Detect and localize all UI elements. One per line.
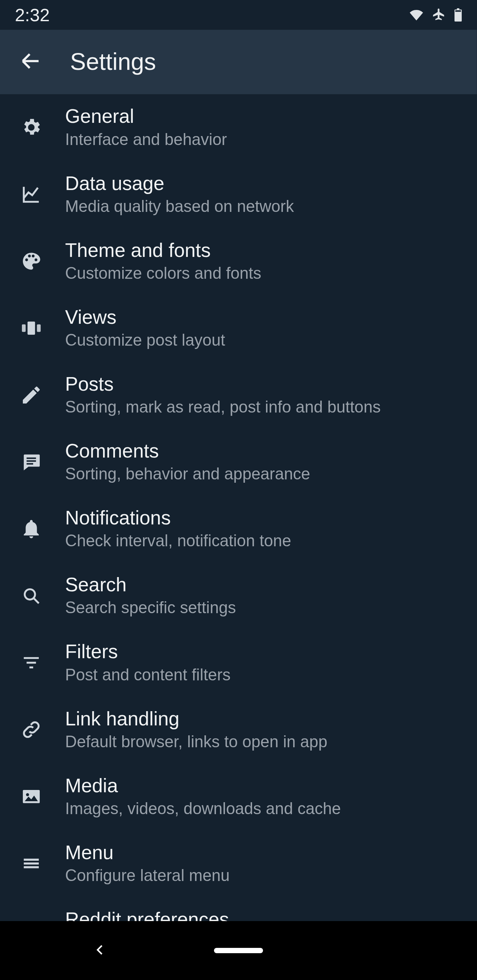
settings-item-text: PostsSorting, mark as read, post info an…: [65, 372, 462, 418]
settings-item-subtitle: Post and content filters: [65, 665, 462, 686]
page-title: Settings: [70, 49, 156, 75]
settings-item-subtitle: Customize colors and fonts: [65, 263, 462, 285]
comment-icon: [15, 451, 65, 473]
airplane-icon: [432, 8, 445, 22]
settings-item-subtitle: Default browser, links to open in app: [65, 732, 462, 753]
settings-item-text: FiltersPost and content filters: [65, 640, 462, 686]
settings-item-subtitle: Search specific settings: [65, 598, 462, 619]
settings-item-text: ViewsCustomize post layout: [65, 305, 462, 351]
settings-item-text: CommentsSorting, behavior and appearance: [65, 439, 462, 485]
settings-item-subtitle: Check interval, notification tone: [65, 531, 462, 552]
settings-item-theme-fonts[interactable]: Theme and fontsCustomize colors and font…: [0, 228, 477, 295]
settings-list: GeneralInterface and behaviorData usageM…: [0, 94, 477, 964]
settings-item-title: Search: [65, 573, 462, 596]
battery-icon: [454, 8, 462, 22]
settings-item-views[interactable]: ViewsCustomize post layout: [0, 295, 477, 362]
settings-item-title: Comments: [65, 439, 462, 463]
settings-item-title: Views: [65, 305, 462, 329]
settings-item-title: Filters: [65, 640, 462, 663]
settings-item-subtitle: Interface and behavior: [65, 129, 462, 151]
settings-item-subtitle: Configure lateral menu: [65, 865, 462, 887]
system-home-handle[interactable]: [214, 948, 263, 953]
settings-item-filters[interactable]: FiltersPost and content filters: [0, 629, 477, 696]
settings-item-search[interactable]: SearchSearch specific settings: [0, 563, 477, 629]
status-bar: 2:32: [0, 0, 477, 30]
status-time: 2:32: [15, 5, 50, 25]
settings-item-text: SearchSearch specific settings: [65, 573, 462, 619]
svg-rect-0: [455, 10, 461, 12]
settings-item-text: MenuConfigure lateral menu: [65, 841, 462, 887]
menu-icon: [15, 853, 65, 875]
system-back-button[interactable]: [93, 943, 107, 958]
settings-item-subtitle: Media quality based on network: [65, 196, 462, 218]
settings-item-title: Data usage: [65, 172, 462, 195]
image-icon: [15, 786, 65, 808]
search-icon: [15, 585, 65, 607]
settings-item-title: Menu: [65, 841, 462, 864]
system-nav-bar: [0, 921, 477, 980]
settings-item-media[interactable]: MediaImages, videos, downloads and cache: [0, 764, 477, 830]
settings-item-subtitle: Customize post layout: [65, 330, 462, 351]
settings-item-title: Link handling: [65, 707, 462, 730]
settings-item-title: Media: [65, 774, 462, 797]
status-icons: [410, 8, 462, 22]
pencil-icon: [15, 384, 65, 407]
settings-item-subtitle: Images, videos, downloads and cache: [65, 799, 462, 820]
gear-icon: [15, 116, 65, 139]
settings-item-subtitle: Sorting, behavior and appearance: [65, 464, 462, 485]
settings-item-link-handling[interactable]: Link handlingDefault browser, links to o…: [0, 696, 477, 763]
settings-item-title: Notifications: [65, 506, 462, 530]
settings-item-comments[interactable]: CommentsSorting, behavior and appearance: [0, 429, 477, 496]
wifi-icon: [410, 8, 423, 22]
back-button[interactable]: [19, 49, 43, 75]
app-bar: Settings: [0, 30, 477, 94]
filter-icon: [15, 652, 65, 674]
settings-item-text: Data usageMedia quality based on network: [65, 172, 462, 218]
carousel-icon: [15, 317, 65, 340]
bell-icon: [15, 518, 65, 540]
settings-item-text: GeneralInterface and behavior: [65, 105, 462, 151]
settings-item-general[interactable]: GeneralInterface and behavior: [0, 94, 477, 161]
settings-item-text: NotificationsCheck interval, notificatio…: [65, 506, 462, 552]
settings-item-data-usage[interactable]: Data usageMedia quality based on network: [0, 161, 477, 228]
settings-item-text: Link handlingDefault browser, links to o…: [65, 707, 462, 753]
link-icon: [15, 718, 65, 741]
settings-item-title: Posts: [65, 372, 462, 396]
settings-item-posts[interactable]: PostsSorting, mark as read, post info an…: [0, 362, 477, 429]
palette-icon: [15, 250, 65, 273]
settings-item-subtitle: Sorting, mark as read, post info and but…: [65, 397, 462, 418]
chart-line-icon: [15, 183, 65, 206]
settings-item-title: Theme and fonts: [65, 239, 462, 262]
settings-item-title: General: [65, 105, 462, 128]
settings-item-notifications[interactable]: NotificationsCheck interval, notificatio…: [0, 496, 477, 563]
settings-item-text: MediaImages, videos, downloads and cache: [65, 774, 462, 820]
settings-item-menu[interactable]: MenuConfigure lateral menu: [0, 830, 477, 897]
settings-item-text: Theme and fontsCustomize colors and font…: [65, 239, 462, 285]
